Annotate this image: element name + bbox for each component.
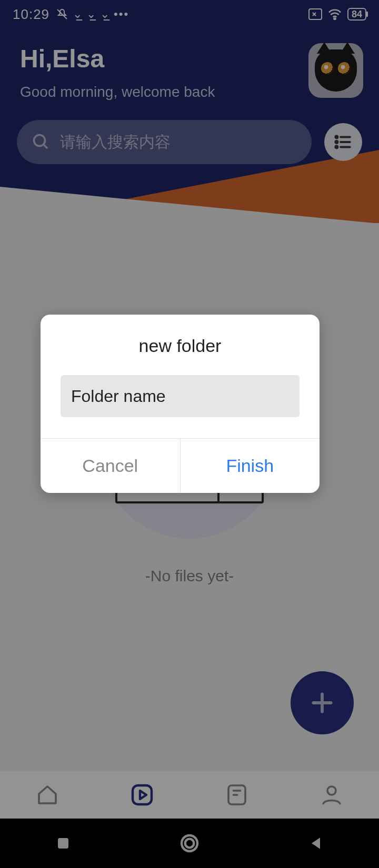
cancel-button[interactable]: Cancel [41, 439, 181, 493]
finish-button[interactable]: Finish [181, 439, 320, 493]
screen: Hi,Elsa Good morning, welcome back 请输入搜索… [0, 0, 379, 868]
folder-name-input[interactable]: Folder name [61, 375, 300, 417]
folder-name-placeholder: Folder name [71, 387, 166, 406]
new-folder-dialog: new folder Folder name Cancel Finish [41, 315, 320, 493]
dialog-buttons: Cancel Finish [41, 438, 320, 493]
dialog-title: new folder [41, 315, 320, 375]
